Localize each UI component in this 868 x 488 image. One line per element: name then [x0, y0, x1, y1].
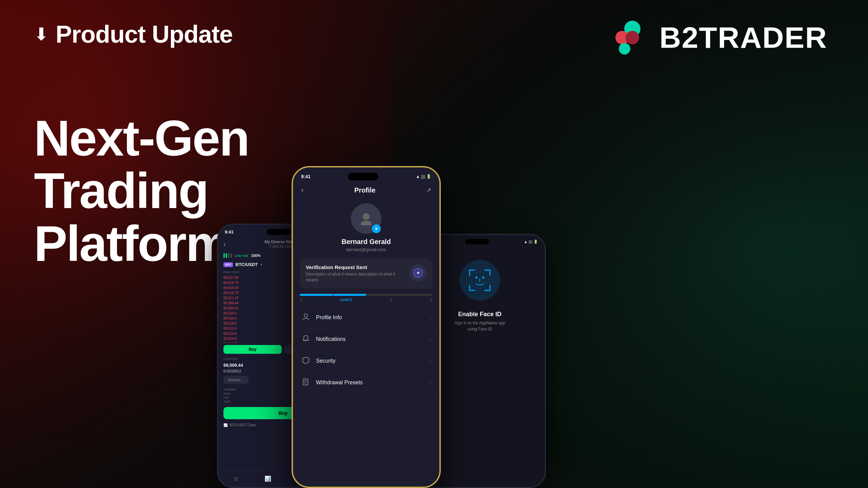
nav-icon-chart[interactable]: 📊: [264, 475, 271, 482]
phone2-verification-title: Verification Request Sent: [306, 264, 405, 270]
withdrawal-icon: [301, 378, 311, 387]
phone2-menu-withdrawal[interactable]: Withdrawal Presets ›: [293, 372, 439, 394]
notifications-icon: [301, 335, 311, 344]
nav-icon-grid[interactable]: ⊞: [234, 475, 238, 482]
logo-dot-dark-red: [626, 31, 639, 44]
logo-area: B2TRADER: [615, 20, 827, 55]
profile-info-icon: [301, 313, 311, 322]
svg-point-1: [361, 221, 372, 225]
phone1-dropdown-icon[interactable]: ▾: [260, 263, 262, 266]
phone3-faceid-icon-circle: [459, 260, 500, 301]
phone2-export-icon[interactable]: ↗: [426, 186, 431, 194]
shield-star-icon: ★: [413, 268, 423, 278]
security-icon: [301, 357, 311, 366]
logo-dot-teal-bottom: [619, 43, 630, 55]
phone1-risk-label: Low risk: [235, 253, 248, 258]
phone1-buy-tab[interactable]: Buy: [223, 345, 282, 354]
menu-chevron-security: ›: [430, 358, 431, 364]
price-header: Price USDT: [223, 270, 240, 274]
phone2-profile-header: ‹ Profile ↗: [293, 182, 439, 200]
phone3-status-icons: ▲ ))) 🔋: [524, 240, 538, 244]
risk-seg-4: [231, 253, 232, 258]
phone2-back-button[interactable]: ‹: [301, 186, 303, 195]
phone2-status-time: 9:41: [301, 174, 311, 179]
svg-point-3: [304, 314, 308, 317]
phone1-dynamic-island: [267, 229, 291, 235]
risk-seg-1: [223, 253, 225, 258]
phone1-chart-label: BTC/USDT Chart: [230, 423, 256, 427]
level-label-2: Level 2: [340, 298, 352, 302]
svg-point-0: [363, 213, 370, 220]
phone1-advanced-button[interactable]: Advanc...: [223, 376, 249, 384]
menu-chevron-notifications: ›: [430, 337, 431, 342]
download-icon: ⬇: [34, 24, 49, 44]
phone2-verification-text: Verification Request Sent Description of…: [306, 264, 405, 283]
level-label-1: 1: [300, 298, 302, 302]
phone2-dynamic-island: [348, 173, 378, 180]
menu-label-security: Security: [316, 358, 424, 364]
level-seg-2: [333, 294, 366, 296]
phone2-menu-security[interactable]: Security ›: [293, 350, 439, 372]
phone2-verification-desc: Description of what it means description…: [306, 271, 405, 283]
main-headline: Next-Gen Trading Platform: [34, 112, 249, 270]
svg-point-9: [482, 277, 484, 279]
document-icon: [302, 378, 310, 386]
phone2-level-bar: 1 Level 2 3 4: [293, 294, 439, 307]
phone2-menu-notifications[interactable]: Notifications ›: [293, 329, 439, 350]
product-update-banner: ⬇ Product Update: [34, 20, 233, 48]
faceid-scan-icon: [466, 267, 493, 294]
level-label-3: 3: [390, 298, 392, 302]
phone2-shield-icon: ★: [410, 264, 427, 281]
headline-line3: Platform: [34, 217, 249, 270]
phone3-faceid-title: Enable Face ID: [458, 311, 501, 318]
bell-icon: [302, 335, 310, 342]
menu-label-withdrawal: Withdrawal Presets: [316, 380, 424, 386]
phone1-risk-indicator: [223, 253, 232, 258]
phone2-profile-title: Profile: [354, 186, 375, 194]
risk-seg-2: [226, 253, 227, 258]
phone3-faceid-desc: Sign In to the AppName appusing Face ID: [448, 320, 512, 332]
level-seg-1: [300, 294, 333, 296]
phone2-avatar-wrapper: +: [351, 203, 381, 234]
menu-label-profile-info: Profile Info: [316, 314, 424, 321]
phone2-user-name: Bernard Gerald: [341, 238, 391, 246]
phone1-risk-percent: 100%: [251, 253, 260, 258]
shield-icon: [302, 357, 310, 364]
phone1-spt-badge: SPT: [223, 262, 233, 267]
avatar-person-icon: [359, 212, 373, 225]
menu-chevron-profile-info: ›: [430, 315, 431, 320]
menu-chevron-withdrawal: ›: [430, 380, 431, 385]
phone2-menu-profile-info[interactable]: Profile Info ›: [293, 307, 439, 329]
chart-icon: 📈: [223, 423, 228, 427]
headline-line2: Trading: [34, 164, 249, 217]
risk-seg-3: [228, 253, 230, 258]
headline-line1: Next-Gen: [34, 112, 249, 164]
logo-text: B2TRADER: [659, 20, 827, 55]
phone1-pair-name: BTC/USDT: [236, 262, 258, 267]
phone2-level-track: [300, 294, 433, 296]
level-seg-4: [400, 294, 433, 296]
phone1-back-icon[interactable]: ‹: [223, 240, 226, 248]
phone2-user-email: bernard@gmail.com: [346, 247, 386, 252]
header-area: ⬇ Product Update: [34, 20, 233, 48]
phone-profile: 9:41 ▲ ))) 🔋 ‹ Profile ↗ + Bernard Geral…: [292, 166, 441, 488]
phone1-status-time: 9:41: [225, 229, 234, 235]
level-seg-3: [367, 294, 399, 296]
menu-label-notifications: Notifications: [316, 336, 424, 342]
svg-text:★: ★: [416, 270, 420, 275]
level-label-4: 4: [430, 298, 432, 302]
phone2-verification-card: Verification Request Sent Description of…: [300, 259, 433, 288]
phone2-status-icons: ▲ ))) 🔋: [416, 174, 431, 179]
logo-dots: [615, 21, 649, 55]
user-icon: [302, 313, 310, 321]
product-update-title: Product Update: [56, 20, 233, 48]
phone2-avatar-add-button[interactable]: +: [372, 224, 381, 233]
phone3-dynamic-island: [465, 239, 489, 244]
svg-point-8: [475, 277, 477, 279]
phone2-level-labels: 1 Level 2 3 4: [300, 298, 433, 302]
phone2-avatar-section: + Bernard Gerald bernard@gmail.com: [293, 200, 439, 259]
